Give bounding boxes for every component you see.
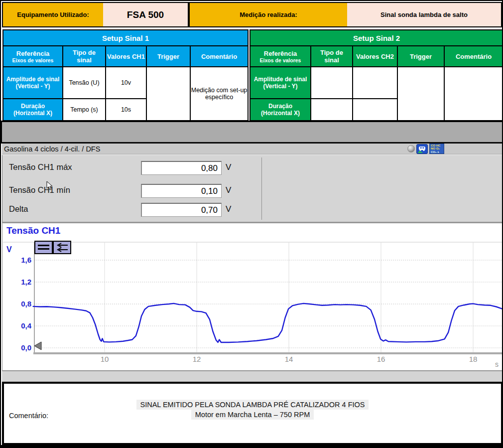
waveform-chart: 1,61,20,80,40,01012141618Vs xyxy=(2,223,503,371)
equipment-used-value: FSA 500 xyxy=(103,3,188,26)
document-header: Equipamento Utilizado: FSA 500 Medição r… xyxy=(2,2,502,27)
x-tick-label: 16 xyxy=(377,355,385,363)
delta-label: Delta xyxy=(9,204,28,214)
setup2-col-valores: Valores CH2 xyxy=(353,46,397,67)
setup2-title: Setup Sinal 2 xyxy=(250,30,503,46)
measurement-label: Medição realizada: xyxy=(190,3,347,26)
setup2-comentario-cell xyxy=(444,67,503,121)
setup1-row2-tipo: Tempo (s) xyxy=(63,99,106,121)
mouse-cursor-icon xyxy=(46,181,53,191)
setup2-row2-tipo xyxy=(311,99,353,121)
comment-text: SINAL EMITIDO PELA SONDA LAMBDA PRÉ CATA… xyxy=(4,400,501,420)
setup1-trigger-cell xyxy=(146,67,190,121)
setup2-col-comentario: Comentário xyxy=(444,46,503,67)
max-voltage-label: Tensão CH1 máx xyxy=(9,162,72,172)
setup1-col-valores: Valores CH1 xyxy=(106,46,146,67)
x-axis-baseline xyxy=(33,352,503,354)
comment-line-1: SINAL EMITIDO PELA SONDA LAMBDA PRÉ CATA… xyxy=(136,400,369,410)
setup-signal-2-table: Setup Sinal 2 ReferênciaEixos de valores… xyxy=(250,29,503,121)
setup1-row1-valor: 10v xyxy=(106,67,146,99)
x-tick-label: 10 xyxy=(101,355,109,363)
y-tick-label: 1,2 xyxy=(21,278,31,286)
trigger-marker[interactable] xyxy=(34,342,41,350)
chart-title: Tensão CH1 xyxy=(6,225,60,236)
spacer-bar xyxy=(1,121,503,144)
engine-status-text: Gasolina 4 ciclos / 4-cil. / DFS xyxy=(2,145,100,153)
min-voltage-input[interactable] xyxy=(141,184,222,198)
scroll-left-button[interactable] xyxy=(53,241,71,254)
panel-divider xyxy=(261,157,262,220)
app-toolbar: Gasolina 4 ciclos / 4-cil. / DFS CO HC N… xyxy=(2,144,503,154)
setup2-col-referencia: ReferênciaEixos de valores xyxy=(250,46,311,67)
measurement-row-delta: Delta V xyxy=(2,203,503,217)
pan-lines-button[interactable] xyxy=(34,241,53,254)
y-tick-label: 1,6 xyxy=(21,256,31,264)
max-voltage-input[interactable] xyxy=(141,161,222,175)
setup-signal-1-table: Setup Sinal 1 ReferênciaEixos de valores… xyxy=(2,29,249,121)
setup1-col-referencia: ReferênciaEixos de valores xyxy=(3,46,63,67)
min-voltage-unit: V xyxy=(226,185,231,195)
horizontal-lines-icon xyxy=(37,243,50,252)
setup1-col-tipo: Tipo de sinal xyxy=(63,46,106,67)
delta-input[interactable] xyxy=(141,203,222,217)
y-tick-label: 0,0 xyxy=(21,343,31,352)
setup2-col-trigger: Trigger xyxy=(397,46,444,67)
measurement-row-max: Tensão CH1 máx V xyxy=(2,161,503,175)
status-orb-icon xyxy=(407,145,415,152)
x-axis-unit: s xyxy=(495,360,499,368)
equipment-used-label: Equipamento Utilizado: xyxy=(3,3,103,26)
car-glyph-icon xyxy=(417,145,427,153)
setup1-col-trigger: Trigger xyxy=(146,46,190,67)
gas-row-3: CO₂ λ xyxy=(431,150,444,154)
setup1-row1-tipo: Tensão (U) xyxy=(63,67,106,99)
oscilloscope-panel: 1,61,20,80,40,01012141618Vs Tensão CH1 xyxy=(2,223,503,371)
comment-box: Comentário: SINAL EMITIDO PELA SONDA LAM… xyxy=(2,382,503,445)
setup2-row1-ref: Amplitude de sinal (Vertical - Y) xyxy=(250,67,311,99)
toolbar-icons: CO HC NO O₂ CO₂ λ xyxy=(407,144,503,154)
y-axis-unit: V xyxy=(6,245,12,254)
setup1-row2-valor: 10s xyxy=(106,99,146,121)
bottom-black-bar xyxy=(1,445,503,448)
setup1-title: Setup Sinal 1 xyxy=(3,30,248,46)
x-tick-label: 14 xyxy=(285,355,293,363)
measurement-value: Sinal sonda lambda de salto xyxy=(347,3,501,26)
delta-unit: V xyxy=(226,204,231,214)
bottom-strip xyxy=(2,371,503,382)
comment-line-2: Motor em Marcha Lenta – 750 RPM xyxy=(191,410,314,420)
setup2-trigger-cell xyxy=(397,67,444,121)
x-tick-label: 18 xyxy=(469,355,478,363)
double-left-arrows-icon xyxy=(55,243,69,252)
lambda-signal-trace xyxy=(33,303,502,342)
vehicle-icon[interactable] xyxy=(416,144,428,154)
setup1-comentario-cell: Medição com set-up específico xyxy=(190,67,248,121)
setup1-row1-ref: Amplitude de sinal (Vertical - Y) xyxy=(3,67,63,99)
gas-analyzer-icon[interactable]: CO HC NO O₂ CO₂ λ xyxy=(429,144,444,154)
report-page: Equipamento Utilizado: FSA 500 Medição r… xyxy=(0,0,503,448)
y-tick-label: 0,4 xyxy=(21,321,32,330)
setup2-row2-ref: Duração (Horizontal X) xyxy=(250,99,311,121)
setup2-row2-valor xyxy=(353,99,397,121)
setup1-row2-ref: Duração (Horizontal X) xyxy=(3,99,63,121)
setup2-row1-valor xyxy=(353,67,397,99)
max-voltage-unit: V xyxy=(226,162,231,172)
y-tick-label: 0,8 xyxy=(21,299,31,308)
measurement-row-min: Tensão CH1 mín V xyxy=(2,184,503,198)
setup2-col-tipo: Tipo de sinal xyxy=(311,46,353,67)
x-tick-label: 12 xyxy=(193,355,201,363)
setup2-row1-tipo xyxy=(311,67,353,99)
setup1-col-comentario: Comentário xyxy=(190,46,248,67)
measurement-panel: Tensão CH1 máx V Tensão CH1 mín V Delta … xyxy=(2,155,503,223)
min-voltage-label: Tensão CH1 mín xyxy=(9,185,70,195)
